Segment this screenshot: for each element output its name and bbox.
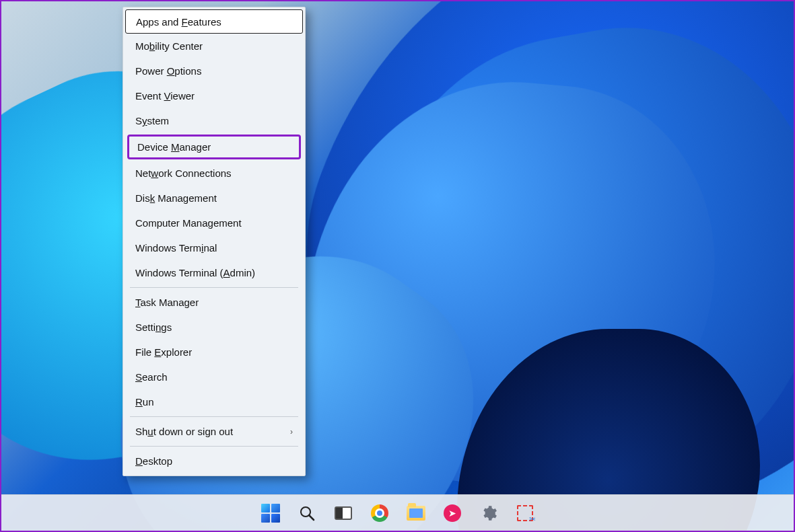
menu-item-windows-terminal[interactable]: Windows Terminal <box>123 235 305 260</box>
menu-item-label: Settings <box>135 321 172 333</box>
menu-item-event-viewer[interactable]: Event Viewer <box>123 83 305 108</box>
taskbar-app-file-explorer[interactable] <box>407 504 425 523</box>
menu-item-device-manager[interactable]: Device Manager <box>127 135 301 159</box>
menu-item-label: Computer Management <box>135 217 242 229</box>
menu-item-label: Mobility Center <box>135 40 203 52</box>
taskbar-app-generic[interactable]: ➤ <box>443 504 462 523</box>
menu-item-label: Desktop <box>135 455 172 467</box>
gear-icon <box>480 504 497 522</box>
chevron-right-icon: › <box>290 427 293 436</box>
menu-item-task-manager[interactable]: Task Manager <box>123 290 305 315</box>
chrome-icon <box>371 504 388 522</box>
menu-item-computer-management[interactable]: Computer Management <box>123 211 305 235</box>
menu-item-power-options[interactable]: Power Options <box>123 59 305 83</box>
menu-item-desktop[interactable]: Desktop <box>123 449 305 473</box>
menu-item-label: Disk Management <box>135 192 217 204</box>
menu-item-label: Power Options <box>135 65 201 77</box>
winx-context-menu: Apps and FeaturesMobility CenterPower Op… <box>123 7 306 476</box>
windows-logo-icon <box>261 504 280 523</box>
menu-item-shut-down[interactable]: Shut down or sign out› <box>123 419 305 444</box>
menu-separator <box>130 416 298 417</box>
menu-item-label: Windows Terminal <box>135 242 217 254</box>
menu-item-label: System <box>135 115 169 126</box>
menu-separator <box>130 287 298 288</box>
menu-item-label: Run <box>135 396 154 408</box>
folder-icon <box>407 506 425 521</box>
task-view-button[interactable] <box>334 504 353 523</box>
menu-item-network-connections[interactable]: Network Connections <box>123 161 305 186</box>
menu-item-mobility-center[interactable]: Mobility Center <box>123 34 305 59</box>
app-icon: ➤ <box>444 504 461 522</box>
menu-item-settings[interactable]: Settings <box>123 315 305 340</box>
snip-icon <box>517 505 533 521</box>
menu-item-file-explorer[interactable]: File Explorer <box>123 340 305 365</box>
taskbar-app-snipping-tool[interactable] <box>516 504 534 523</box>
task-view-icon <box>335 506 352 520</box>
menu-item-label: Network Connections <box>135 167 232 179</box>
menu-item-windows-terminal-admin[interactable]: Windows Terminal (Admin) <box>123 260 305 285</box>
taskbar: ➤ <box>1 494 794 531</box>
menu-item-label: Shut down or sign out <box>135 426 233 437</box>
svg-line-1 <box>309 515 314 520</box>
start-button[interactable] <box>261 504 280 523</box>
menu-item-label: Task Manager <box>135 297 199 308</box>
menu-item-label: Event Viewer <box>135 90 195 102</box>
menu-item-label: File Explorer <box>135 346 192 358</box>
taskbar-app-chrome[interactable] <box>370 504 389 523</box>
menu-item-apps-features[interactable]: Apps and Features <box>125 9 303 34</box>
menu-item-label: Device Manager <box>137 141 211 153</box>
taskbar-search-button[interactable] <box>298 504 316 523</box>
search-icon <box>299 505 315 521</box>
menu-item-system[interactable]: System <box>123 108 305 133</box>
menu-item-search[interactable]: Search <box>123 365 305 389</box>
menu-item-label: Windows Terminal (Admin) <box>135 267 255 278</box>
menu-item-disk-management[interactable]: Disk Management <box>123 186 305 211</box>
menu-item-run[interactable]: Run <box>123 389 305 414</box>
taskbar-app-settings[interactable] <box>479 504 498 523</box>
menu-item-label: Apps and Features <box>136 16 221 28</box>
menu-separator <box>130 446 298 447</box>
menu-item-label: Search <box>135 371 168 383</box>
